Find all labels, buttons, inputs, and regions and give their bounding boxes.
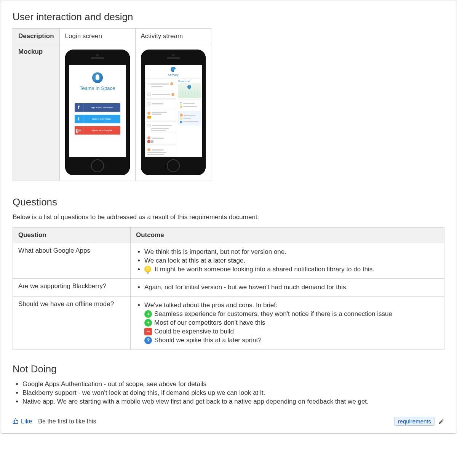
qa-question: Are we supporting Blackberry? [13,279,131,296]
qa-row: Should we have an offline mode?We've tal… [13,296,444,349]
section-heading-design: User interaction and design [13,11,444,23]
label-requirements[interactable]: requirements [394,417,435,426]
qa-row: What about Google AppsWe think this is i… [13,243,444,279]
like-label: Like [21,418,32,425]
like-button[interactable]: Like [13,418,32,425]
mockup-row-header-description: Description [13,29,60,44]
qa-row: Are we supporting Blackberry?Again, not … [13,279,444,296]
activity-chart-label: Shopping cart [178,80,201,82]
phone-mockup-login: Teams In Space fSign in with Facebook tS… [65,50,130,175]
minus-icon: − [144,328,152,335]
qa-outcome: We've talked about the pros and cons. In… [131,296,444,349]
lightbulb-icon [144,266,151,272]
rocket-icon [171,67,176,72]
question-icon: ? [144,337,152,344]
not-doing-item: Blackberry support - we won't look at do… [22,389,444,397]
qa-outcome: We think this is important, but not for … [131,243,444,279]
not-doing-item: Google Apps Authentication - out of scop… [22,380,444,388]
mockup-col-login: Login screen [59,29,135,44]
mockup-table: Description Login screen Activity stream… [13,28,211,181]
mockup-cell-activity: Activity ✔ ▲ ! 3 [135,44,211,181]
not-doing-item: Native app. We are starting with a mobil… [22,398,444,405]
mockup-col-activity: Activity stream [135,29,211,44]
thumb-up-icon [13,418,19,424]
not-doing-list: Google Apps Authentication - out of scop… [22,380,444,405]
qa-question: What about Google Apps [13,243,131,279]
login-brand: Teams In Space [80,85,115,91]
questions-table: Question Outcome What about Google AppsW… [13,227,444,349]
login-google-button: g+Sign in with Google+ [75,126,120,135]
plus-icon: + [144,319,152,327]
section-heading-notdoing: Not Doing [13,363,444,375]
phone-mockup-activity: Activity ✔ ▲ ! 3 [141,50,206,175]
qa-question: Should we have an offline mode? [13,296,131,349]
questions-intro: Below is a list of questions to be addre… [13,213,444,221]
page-footer: Like Be the first to like this requireme… [13,417,444,426]
qa-header-outcome: Outcome [131,228,444,243]
document-page: User interaction and design Description … [0,0,457,434]
qa-outcome: Again, not for initial version - but we … [131,279,444,296]
login-facebook-button: fSign in with Facebook [75,103,120,112]
like-prompt: Be the first to like this [38,418,96,425]
section-heading-questions: Questions [13,196,444,208]
rocket-icon [92,72,103,83]
login-twitter-button: tSign in with Twitter [75,115,120,123]
edit-labels-icon[interactable] [438,418,444,425]
qa-header-question: Question [13,228,131,243]
plus-icon: + [144,310,152,318]
mockup-row-header-mockup: Mockup [13,44,60,181]
mockup-cell-login: Teams In Space fSign in with Facebook tS… [59,44,135,181]
